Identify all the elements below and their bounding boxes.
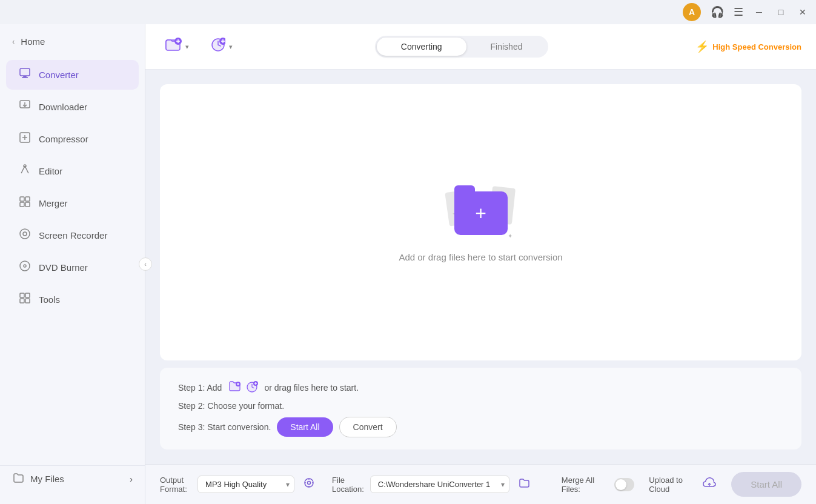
step-1-row: Step 1: Add: [178, 380, 783, 395]
app-body: ‹ Home Converter Download: [0, 24, 816, 504]
sidebar-item-downloader[interactable]: Downloader: [6, 92, 139, 122]
editor-label: Editor: [39, 166, 62, 176]
main-content: ▾ ▾ Converting Finished: [145, 24, 816, 504]
sidebar-item-dvd-burner[interactable]: DVD Burner: [6, 253, 139, 282]
svg-rect-21: [20, 299, 24, 303]
merge-files-row: Merge All Files:: [562, 476, 634, 494]
drop-zone-text: Add or drag files here to start conversi…: [399, 252, 562, 262]
converter-icon: [18, 67, 32, 82]
tab-finished[interactable]: Finished: [466, 38, 547, 56]
dvd-burner-icon: [18, 260, 32, 275]
add-file-button[interactable]: ▾: [160, 33, 194, 61]
sidebar-item-converter[interactable]: Converter: [6, 60, 139, 90]
sidebar-home[interactable]: ‹ Home: [0, 30, 145, 59]
merge-files-label: Merge All Files:: [562, 476, 608, 494]
merger-icon: [18, 196, 32, 211]
add-device-icon: [208, 36, 225, 57]
merge-files-toggle[interactable]: [614, 478, 634, 491]
title-bar: A 🎧 ☰ ─ □ ✕: [0, 0, 816, 24]
svg-rect-12: [25, 197, 30, 201]
home-label: Home: [21, 36, 45, 47]
step-3-row: Step 3: Start conversion. Start All Conv…: [178, 417, 783, 437]
headset-icon[interactable]: 🎧: [711, 5, 724, 19]
output-format-select-wrapper: MP3 High Quality: [197, 476, 294, 493]
start-all-button[interactable]: Start All: [731, 472, 801, 497]
add-file-icon: [165, 36, 182, 57]
svg-point-17: [20, 261, 30, 271]
editor-icon: [18, 164, 32, 179]
cloud-icon[interactable]: [702, 477, 717, 492]
step-1-prefix: Step 1: Add: [178, 383, 222, 393]
step-start-all-button[interactable]: Start All: [277, 417, 333, 437]
compressor-icon: [18, 131, 32, 147]
user-avatar[interactable]: A: [683, 3, 701, 21]
svg-rect-14: [25, 202, 30, 207]
workspace: ✦ ✦ + Add or drag files here to start co…: [145, 70, 816, 464]
step-convert-button[interactable]: Convert: [339, 417, 397, 437]
screen-recorder-icon: [18, 228, 32, 243]
merger-label: Merger: [39, 198, 68, 208]
menu-icon[interactable]: ☰: [734, 5, 743, 19]
svg-point-15: [20, 229, 30, 239]
svg-point-39: [308, 482, 311, 485]
step-1-icons: [228, 380, 258, 395]
file-location-field: File Location: C:\Wondershare UniConvert…: [332, 474, 532, 494]
step-2-row: Step 2: Choose your format.: [178, 401, 783, 411]
my-files-label: My Files: [30, 474, 64, 484]
toggle-tabs: Converting Finished: [375, 36, 549, 58]
sidebar-bottom: My Files ›: [0, 465, 145, 498]
svg-point-38: [305, 479, 313, 487]
minimize-button[interactable]: ─: [753, 7, 765, 17]
high-speed-conversion[interactable]: ⚡ High Speed Conversion: [695, 40, 801, 53]
tools-icon: [18, 292, 32, 307]
sidebar-item-tools[interactable]: Tools: [6, 285, 139, 314]
step1-add-device-icon: [245, 380, 258, 395]
sidebar-item-editor[interactable]: Editor: [6, 156, 139, 186]
high-speed-label: High Speed Conversion: [712, 42, 801, 51]
output-format-label: Output Format:: [160, 476, 191, 494]
file-location-browse-button[interactable]: [516, 474, 532, 494]
sidebar-collapse-button[interactable]: ‹: [139, 257, 152, 271]
bottom-bar: Output Format: MP3 High Quality: [145, 464, 816, 504]
svg-rect-22: [25, 299, 30, 303]
svg-rect-11: [20, 197, 24, 201]
file-location-select[interactable]: C:\Wondershare UniConverter 1: [370, 476, 509, 493]
converter-label: Converter: [39, 70, 79, 80]
downloader-icon: [18, 99, 32, 114]
toolbar: ▾ ▾ Converting Finished: [145, 24, 816, 70]
add-device-arrow: ▾: [229, 43, 233, 51]
svg-rect-20: [25, 293, 30, 297]
home-arrow-icon: ‹: [12, 37, 15, 46]
output-format-settings-button[interactable]: [300, 474, 317, 494]
output-format-select[interactable]: MP3 High Quality: [197, 476, 294, 493]
tab-converting[interactable]: Converting: [377, 38, 466, 56]
svg-rect-13: [20, 202, 24, 207]
file-location-select-wrapper: C:\Wondershare UniConverter 1: [370, 476, 509, 493]
upload-cloud-label: Upload to Cloud: [649, 476, 696, 494]
svg-point-18: [24, 265, 26, 267]
steps-panel: Step 1: Add: [160, 368, 801, 449]
sidebar-item-merger[interactable]: Merger: [6, 188, 139, 218]
add-file-arrow: ▾: [185, 43, 189, 51]
close-button[interactable]: ✕: [797, 7, 809, 17]
sidebar-item-compressor[interactable]: Compressor: [6, 124, 139, 154]
step1-add-file-icon: [228, 380, 241, 395]
screen-recorder-label: Screen Recorder: [39, 230, 107, 240]
compressor-label: Compressor: [39, 134, 88, 144]
my-files-arrow: ›: [130, 474, 133, 484]
drop-zone-icon: ✦ ✦ +: [445, 183, 517, 244]
lightning-icon: ⚡: [695, 40, 709, 53]
downloader-label: Downloader: [39, 102, 87, 112]
svg-rect-19: [20, 293, 24, 297]
step-3-prefix: Step 3: Start conversion.: [178, 422, 271, 432]
sidebar-item-screen-recorder[interactable]: Screen Recorder: [6, 220, 139, 250]
sidebar: ‹ Home Converter Download: [0, 24, 145, 504]
add-device-button[interactable]: ▾: [204, 33, 237, 61]
maximize-button[interactable]: □: [775, 7, 787, 17]
my-files-icon: [12, 472, 24, 486]
step-3-buttons: Start All Convert: [277, 417, 396, 437]
drop-zone[interactable]: ✦ ✦ + Add or drag files here to start co…: [160, 84, 801, 360]
dvd-burner-label: DVD Burner: [39, 262, 88, 273]
my-files-item[interactable]: My Files ›: [12, 472, 133, 486]
tools-label: Tools: [39, 294, 60, 305]
